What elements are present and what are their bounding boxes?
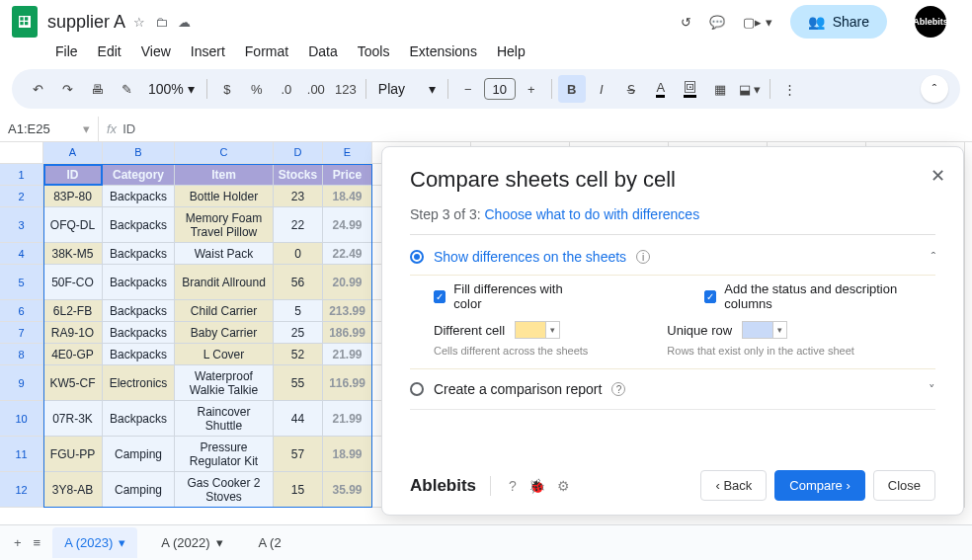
data-cell[interactable]: Electronics — [103, 365, 175, 401]
redo-button[interactable]: ↷ — [53, 75, 81, 103]
data-cell[interactable]: Memory Foam Travel Pillow — [175, 207, 274, 243]
data-cell[interactable]: Backpacks — [103, 300, 175, 322]
row-header[interactable]: 6 — [0, 300, 43, 322]
bug-icon[interactable]: 🐞 — [528, 478, 545, 494]
close-icon[interactable]: ✕ — [931, 165, 945, 187]
data-cell[interactable]: Gas Cooker 2 Stoves — [175, 472, 274, 508]
row-header[interactable]: 5 — [0, 265, 43, 300]
info-icon[interactable]: ? — [611, 382, 625, 396]
data-cell[interactable]: L Cover — [175, 344, 274, 365]
row-header[interactable]: 11 — [0, 437, 43, 472]
menu-view[interactable]: View — [133, 40, 179, 63]
data-cell[interactable]: 3Y8-AB — [43, 472, 103, 508]
data-cell[interactable]: Backpacks — [103, 207, 175, 243]
data-cell[interactable]: 116.99 — [323, 365, 372, 401]
data-cell[interactable]: Raincover Shuttle — [175, 401, 274, 437]
data-cell[interactable]: 23 — [274, 186, 323, 207]
data-cell[interactable]: 18.99 — [323, 437, 372, 472]
data-cell[interactable]: 83P-80 — [43, 186, 103, 207]
paint-format-button[interactable]: ✎ — [113, 75, 140, 103]
star-icon[interactable]: ☆ — [133, 15, 145, 30]
data-cell[interactable]: 07R-3K — [43, 401, 103, 437]
data-cell[interactable]: 5 — [274, 300, 323, 322]
data-cell[interactable]: 50F-CO — [43, 265, 103, 300]
row-header[interactable]: 12 — [0, 472, 43, 508]
step-link[interactable]: Choose what to do with differences — [485, 206, 700, 222]
back-button[interactable]: ‹ Back — [700, 470, 767, 501]
data-cell[interactable]: 15 — [274, 472, 323, 508]
data-cell[interactable]: KW5-CF — [43, 365, 103, 401]
menu-extensions[interactable]: Extensions — [401, 40, 484, 63]
font-select[interactable]: Play▾ — [372, 81, 442, 97]
collapse-toolbar-icon[interactable]: ˆ — [921, 75, 948, 103]
data-cell[interactable]: FGU-PP — [43, 437, 103, 472]
menu-insert[interactable]: Insert — [183, 40, 233, 63]
col-header[interactable]: B — [103, 142, 175, 164]
col-header[interactable]: E — [323, 142, 372, 164]
data-cell[interactable]: 44 — [274, 401, 323, 437]
menu-file[interactable]: File — [47, 40, 86, 63]
fill-color-button[interactable]: 🞖 — [677, 75, 704, 103]
row-header[interactable]: 8 — [0, 344, 43, 365]
info-icon[interactable]: i — [636, 250, 650, 264]
data-cell[interactable]: 0 — [274, 243, 323, 265]
option-show-differences[interactable]: Show differences on the sheets — [434, 249, 626, 265]
more-button[interactable]: ⋮ — [776, 75, 804, 103]
chevron-down-icon[interactable]: ˅ — [929, 382, 935, 397]
option-comparison-report[interactable]: Create a comparison report — [434, 381, 602, 397]
row-header[interactable]: 2 — [0, 186, 43, 207]
checkbox-fill-color[interactable]: ✓ — [434, 290, 446, 303]
data-cell[interactable]: 38K-M5 — [43, 243, 103, 265]
data-cell[interactable]: 57 — [274, 437, 323, 472]
data-cell[interactable]: Brandit Allround — [175, 265, 274, 300]
font-size-input[interactable]: 10 — [484, 78, 516, 100]
data-cell[interactable]: 35.99 — [323, 472, 372, 508]
history-icon[interactable]: ↺ — [681, 15, 691, 30]
formula-bar[interactable]: ID — [122, 121, 135, 136]
data-cell[interactable]: 24.99 — [323, 207, 372, 243]
radio-comparison-report[interactable] — [410, 382, 424, 396]
comments-icon[interactable]: 💬 — [709, 15, 725, 30]
sheet-tab[interactable]: A (2022) ▾ — [149, 527, 234, 558]
header-cell[interactable]: Category — [103, 164, 175, 186]
data-cell[interactable]: Bottle Holder — [175, 186, 274, 207]
borders-button[interactable]: ▦ — [706, 75, 734, 103]
more-formats-button[interactable]: 123 — [332, 75, 360, 103]
data-cell[interactable]: 21.99 — [323, 401, 372, 437]
menu-format[interactable]: Format — [237, 40, 296, 63]
data-cell[interactable]: Camping — [103, 437, 175, 472]
checkbox-add-status[interactable]: ✓ — [704, 290, 716, 303]
zoom-select[interactable]: 100% ▾ — [142, 81, 201, 97]
dec-increase-button[interactable]: .00 — [302, 75, 330, 103]
data-cell[interactable]: RA9-1O — [43, 322, 103, 344]
doc-title[interactable]: supplier A — [47, 12, 125, 33]
share-button[interactable]: 👥 Share — [790, 5, 887, 39]
cloud-icon[interactable]: ☁ — [178, 15, 191, 30]
merge-button[interactable]: ⬓ ▾ — [736, 75, 764, 103]
print-button[interactable]: 🖶 — [83, 75, 111, 103]
data-cell[interactable]: 18.49 — [323, 186, 372, 207]
data-cell[interactable]: Backpacks — [103, 401, 175, 437]
strike-button[interactable]: S̶ — [617, 75, 645, 103]
row-header[interactable]: 10 — [0, 401, 43, 437]
data-cell[interactable]: Backpacks — [103, 186, 175, 207]
row-header[interactable]: 3 — [0, 207, 43, 243]
col-header[interactable]: A — [43, 142, 103, 164]
bold-button[interactable]: B — [558, 75, 586, 103]
different-cell-color-picker[interactable]: ▾ — [515, 321, 560, 339]
header-cell[interactable]: Price — [323, 164, 372, 186]
menu-tools[interactable]: Tools — [350, 40, 398, 63]
add-sheet-button[interactable]: + — [14, 535, 22, 550]
meet-icon[interactable]: ▢▸ ▾ — [743, 15, 772, 30]
chevron-up-icon[interactable]: ˆ — [932, 250, 935, 265]
data-cell[interactable]: Backpacks — [103, 344, 175, 365]
data-cell[interactable]: Waist Pack — [175, 243, 274, 265]
sheet-tab-active[interactable]: A (2023) ▾ — [52, 527, 137, 558]
data-cell[interactable]: Camping — [103, 472, 175, 508]
data-cell[interactable]: OFQ-DL — [43, 207, 103, 243]
all-sheets-button[interactable]: ≡ — [34, 535, 41, 550]
help-icon[interactable]: ? — [509, 478, 517, 494]
data-cell[interactable]: 6L2-FB — [43, 300, 103, 322]
menu-edit[interactable]: Edit — [90, 40, 129, 63]
name-box[interactable]: A1:E25▾ — [0, 117, 99, 141]
